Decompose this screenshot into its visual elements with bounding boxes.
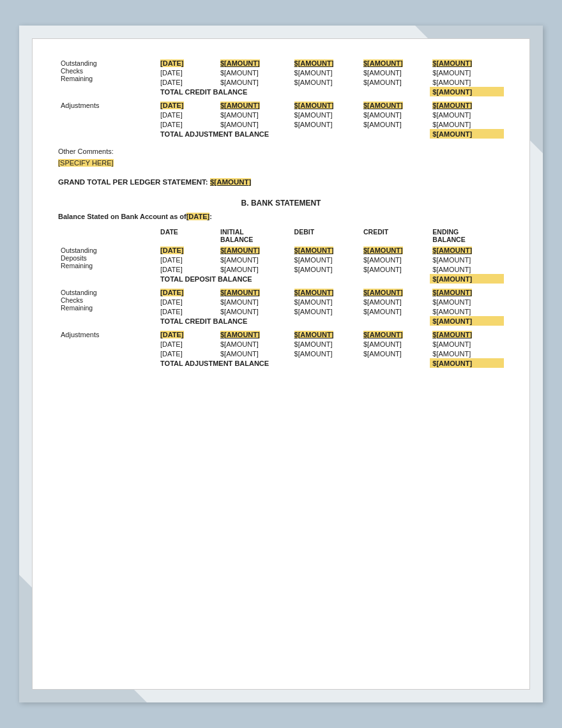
bank-balance-label: Balance Stated on Bank Account as of[DAT… — [58, 213, 504, 220]
total-amount: $[AMOUNT] — [430, 316, 504, 326]
amount-cell: $[AMOUNT] — [430, 339, 504, 349]
amount-cell: $[AMOUNT] — [218, 255, 292, 264]
amount-cell: $[AMOUNT] — [430, 68, 504, 77]
amount-cell: $[AMOUNT] — [430, 264, 504, 274]
amount-cell: $[AMOUNT] — [430, 307, 504, 316]
date-cell: [DATE] — [158, 110, 218, 119]
bank-balance-date: [DATE] — [186, 213, 209, 220]
other-comments-section: Other Comments: — [58, 148, 504, 155]
outstanding-checks-bank-label: OutstandingChecksRemaining — [58, 287, 158, 326]
col-header-initial: INITIALBALANCE — [218, 227, 292, 244]
amount-cell: $[AMOUNT] — [361, 119, 430, 129]
section-b-title: B. BANK STATEMENT — [58, 199, 504, 208]
amount-cell: $[AMOUNT] — [361, 330, 430, 339]
date-cell: [DATE] — [158, 349, 218, 358]
amount-cell: $[AMOUNT] — [218, 297, 292, 307]
amount-cell: $[AMOUNT] — [292, 330, 361, 339]
amount-cell: $[AMOUNT] — [361, 297, 430, 307]
amount-cell: $[AMOUNT] — [430, 58, 504, 68]
amount-cell: $[AMOUNT] — [361, 287, 430, 297]
amount-cell: $[AMOUNT] — [292, 100, 361, 110]
amount-cell: $[AMOUNT] — [430, 287, 504, 297]
date-highlight: [DATE] — [160, 331, 183, 338]
amount-highlight: $[AMOUNT] — [294, 331, 334, 338]
outstanding-checks-bank-table: OutstandingChecksRemaining [DATE] $[AMOU… — [58, 287, 504, 326]
amount-cell: $[AMOUNT] — [292, 68, 361, 77]
amount-cell: $[AMOUNT] — [218, 264, 292, 274]
amount-cell: $[AMOUNT] — [292, 255, 361, 264]
amount-cell: $[AMOUNT] — [218, 287, 292, 297]
amount-highlight: $[AMOUNT] — [363, 102, 403, 109]
amount-cell: $[AMOUNT] — [430, 245, 504, 255]
adjustments-section1-table: Adjustments [DATE] $[AMOUNT] $[AMOUNT] $… — [58, 100, 504, 139]
outstanding-deposits-table: OutstandingDepositsRemaining [DATE] $[AM… — [58, 245, 504, 284]
amount-highlight: $[AMOUNT] — [220, 246, 260, 254]
table-row: OutstandingChecksRemaining [DATE] $[AMOU… — [58, 58, 504, 68]
table-row: Adjustments [DATE] $[AMOUNT] $[AMOUNT] $… — [58, 330, 504, 339]
table-row: OutstandingDepositsRemaining [DATE] $[AM… — [58, 245, 504, 255]
date-cell: [DATE] — [158, 297, 218, 307]
other-comments-label: Other Comments: — [58, 148, 114, 155]
col-header-credit: CREDIT — [361, 227, 430, 244]
total-label: TOTAL CREDIT BALANCE — [158, 87, 430, 96]
amount-highlight: $[AMOUNT] — [363, 289, 403, 296]
date-cell: [DATE] — [158, 58, 218, 68]
amount-highlight: $[AMOUNT] — [220, 331, 260, 338]
amount-cell: $[AMOUNT] — [430, 349, 504, 358]
amount-cell: $[AMOUNT] — [218, 339, 292, 349]
date-highlight: [DATE] — [160, 102, 183, 109]
total-amount: $[AMOUNT] — [430, 274, 504, 284]
amount-cell: $[AMOUNT] — [361, 58, 430, 68]
table-row: Adjustments [DATE] $[AMOUNT] $[AMOUNT] $… — [58, 100, 504, 110]
grand-total-amount: $[AMOUNT] — [210, 178, 252, 186]
amount-cell: $[AMOUNT] — [430, 119, 504, 129]
amount-cell: $[AMOUNT] — [361, 349, 430, 358]
amount-cell: $[AMOUNT] — [361, 100, 430, 110]
amount-cell: $[AMOUNT] — [218, 245, 292, 255]
total-amount: $[AMOUNT] — [430, 358, 504, 368]
date-highlight: [DATE] — [160, 289, 183, 296]
amount-cell: $[AMOUNT] — [361, 264, 430, 274]
date-cell: [DATE] — [158, 330, 218, 339]
column-header-row: DATE INITIALBALANCE DEBIT CREDIT ENDINGB… — [58, 227, 504, 244]
col-header-debit: DEBIT — [292, 227, 361, 244]
amount-cell: $[AMOUNT] — [430, 100, 504, 110]
empty-col — [58, 227, 158, 244]
total-amount: $[AMOUNT] — [430, 87, 504, 96]
amount-cell: $[AMOUNT] — [218, 110, 292, 119]
amount-cell: $[AMOUNT] — [218, 68, 292, 77]
outstanding-checks-section1-table: OutstandingChecksRemaining [DATE] $[AMOU… — [58, 58, 504, 96]
amount-cell: $[AMOUNT] — [218, 330, 292, 339]
amount-cell: $[AMOUNT] — [292, 77, 361, 87]
date-cell: [DATE] — [158, 287, 218, 297]
amount-cell: $[AMOUNT] — [292, 349, 361, 358]
amount-highlight: $[AMOUNT] — [220, 102, 260, 109]
amount-cell: $[AMOUNT] — [430, 330, 504, 339]
amount-highlight: $[AMOUNT] — [432, 102, 472, 109]
amount-cell: $[AMOUNT] — [430, 110, 504, 119]
document: OutstandingChecksRemaining [DATE] $[AMOU… — [32, 38, 530, 690]
amount-highlight: $[AMOUNT] — [432, 289, 472, 296]
amount-highlight: $[AMOUNT] — [363, 246, 403, 254]
amount-cell: $[AMOUNT] — [361, 307, 430, 316]
amount-highlight: $[AMOUNT] — [294, 289, 334, 296]
amount-cell: $[AMOUNT] — [361, 339, 430, 349]
amount-highlight: $[AMOUNT] — [294, 102, 334, 109]
amount-highlight: $[AMOUNT] — [220, 289, 260, 296]
total-label: TOTAL ADJUSTMENT BALANCE — [158, 358, 430, 368]
amount-cell: $[AMOUNT] — [292, 287, 361, 297]
date-cell: [DATE] — [158, 100, 218, 110]
date-highlight: [DATE] — [160, 59, 183, 67]
amount-cell: $[AMOUNT] — [218, 58, 292, 68]
amount-highlight: $[AMOUNT] — [220, 59, 260, 67]
amount-highlight: $[AMOUNT] — [294, 246, 334, 254]
total-label: TOTAL ADJUSTMENT BALANCE — [158, 129, 430, 139]
grand-total-label: GRAND TOTAL PER LEDGER STATEMENT: — [58, 178, 208, 186]
amount-cell: $[AMOUNT] — [292, 307, 361, 316]
amount-cell: $[AMOUNT] — [430, 77, 504, 87]
amount-cell: $[AMOUNT] — [218, 77, 292, 87]
date-highlight: [DATE] — [160, 246, 183, 254]
amount-cell: $[AMOUNT] — [292, 110, 361, 119]
total-label: TOTAL CREDIT BALANCE — [158, 316, 430, 326]
date-cell: [DATE] — [158, 307, 218, 316]
